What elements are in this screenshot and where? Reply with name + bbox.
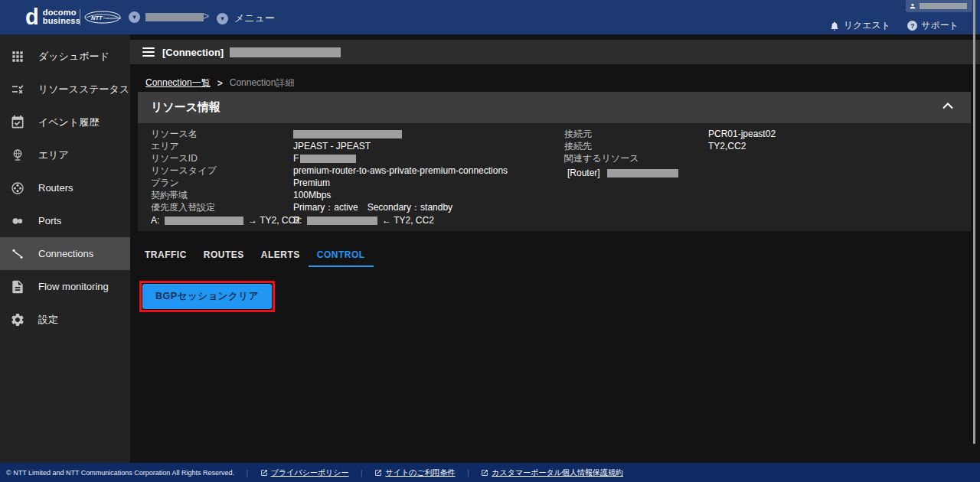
field-value-resource-name	[293, 128, 402, 140]
red-highlight-annotation: BGPセッションクリア	[139, 281, 275, 312]
footer-divider: ｜	[358, 467, 366, 478]
breadcrumb-current: Connection詳細	[230, 77, 295, 90]
footer-link-personal-info[interactable]: カスタマーポータル個人情報保護規約	[481, 467, 623, 478]
ntt-communications-logo-icon: NTT Communications	[84, 11, 121, 24]
tab-traffic[interactable]: TRAFFIC	[136, 243, 195, 267]
flow-monitoring-icon	[10, 279, 25, 295]
external-link-icon	[260, 469, 268, 477]
redacted-value	[300, 155, 356, 163]
help-question-icon: ?	[907, 21, 917, 31]
redacted-value	[307, 217, 377, 225]
sidebar-item-label: 設定	[38, 313, 58, 327]
path-b-prefix: B:	[293, 215, 302, 226]
ports-icon	[10, 213, 25, 229]
support-button[interactable]: ? サポート	[907, 19, 959, 32]
page-title: [Connection]	[162, 47, 224, 58]
hamburger-menu-icon[interactable]	[142, 47, 155, 57]
sidebar-item-label: Connections	[38, 248, 93, 259]
request-button[interactable]: リクエスト	[829, 19, 890, 32]
tab-routes[interactable]: ROUTES	[195, 243, 253, 267]
sidebar-item-label: リソースステータス	[38, 83, 129, 96]
dashboard-grid-icon	[10, 49, 25, 64]
footer-divider: ｜	[465, 467, 472, 478]
sidebar-item-dashboard[interactable]: ダッシュボード	[0, 40, 130, 73]
footer-link-label: プライバシーポリシー	[271, 467, 349, 478]
app-screen: d docomo business NTT Communications ▾ >…	[0, 0, 980, 482]
footer-link-privacy-policy[interactable]: プライバシーポリシー	[260, 467, 349, 478]
sidebar-item-resource-status[interactable]: リソースステータス	[0, 73, 130, 106]
vertical-scrollbar[interactable]	[973, 0, 975, 444]
docomo-business-logo: d docomo business	[25, 6, 80, 28]
top-navbar: d docomo business NTT Communications ▾ >…	[0, 0, 980, 34]
sidebar-nav: ダッシュボード リソースステータス イベント履歴 エリア	[0, 34, 130, 463]
bell-icon	[829, 21, 840, 31]
navbar-right-actions: リクエスト ? サポート	[829, 19, 959, 32]
field-value-connect-destination: TY2,CC2	[708, 140, 746, 152]
person-icon	[909, 2, 916, 10]
field-label: 契約帯域	[151, 189, 188, 201]
navbar-account-dropdown[interactable]: ▾	[129, 11, 204, 23]
footer-divider: ｜	[243, 467, 251, 478]
sidebar-item-event-history[interactable]: イベント履歴	[0, 106, 130, 138]
svg-text:Communications: Communications	[103, 16, 121, 20]
sidebar-item-label: Ports	[38, 215, 61, 226]
field-label: 接続元	[564, 128, 592, 140]
chevron-down-circle-icon: ▾	[217, 13, 228, 24]
field-label: 関連するリソース	[564, 152, 639, 164]
sidebar-item-label: Flow monitoring	[38, 281, 109, 292]
sidebar-item-routers[interactable]: Routers	[0, 171, 130, 204]
request-label: リクエスト	[844, 19, 890, 32]
chevron-down-circle-icon: ▾	[129, 11, 140, 23]
path-a-destination: → TY2, CC2	[248, 215, 300, 226]
field-value-area: JPEAST - JPEAST	[293, 140, 371, 152]
field-label: リソースタイプ	[151, 164, 217, 177]
sidebar-item-label: エリア	[38, 148, 69, 162]
field-label: 優先度入替設定	[151, 201, 215, 213]
footer-link-terms[interactable]: サイトのご利用条件	[374, 467, 455, 478]
sidebar-item-label: Routers	[38, 182, 74, 194]
redacted-value	[165, 217, 243, 225]
panel-title: リソース情報	[151, 100, 220, 115]
navbar-separator: >	[203, 10, 209, 22]
brand-line2: business	[43, 16, 80, 25]
detail-tabs: TRAFFIC ROUTES ALERTS CONTROL	[136, 243, 374, 267]
tab-control[interactable]: CONTROL	[309, 243, 374, 267]
field-value-resource-id: F	[293, 152, 356, 164]
sidebar-item-flow-monitoring[interactable]: Flow monitoring	[0, 270, 130, 303]
breadcrumb-connection-list-link[interactable]: Connection一覧	[145, 77, 211, 90]
router-tag: [Router]	[567, 168, 600, 178]
sidebar-item-settings[interactable]: 設定	[0, 303, 130, 336]
sidebar-item-ports[interactable]: Ports	[0, 204, 130, 237]
sidebar-item-label: ダッシュボード	[38, 50, 109, 64]
navbar-menu-dropdown[interactable]: ▾ メニュー	[217, 11, 275, 25]
area-globe-icon	[10, 148, 25, 163]
sidebar-item-area[interactable]: エリア	[0, 138, 130, 171]
path-b-row: B: ← TY2, CC2	[293, 214, 434, 226]
external-link-icon	[481, 469, 488, 477]
field-value-connect-source: PCR01-jpeast02	[708, 128, 776, 140]
field-value-bandwidth: 100Mbps	[293, 189, 331, 201]
field-label: エリア	[151, 140, 179, 152]
sidebar-item-label: イベント履歴	[38, 116, 99, 129]
field-label: プラン	[151, 177, 179, 189]
tab-alerts[interactable]: ALERTS	[253, 243, 309, 267]
field-label: リソースID	[151, 152, 198, 164]
resource-info-header: リソース情報	[138, 92, 971, 123]
bgp-session-clear-button[interactable]: BGPセッションクリア	[142, 284, 272, 309]
sidebar-item-connections[interactable]: Connections	[0, 237, 130, 270]
redacted-connection-name	[230, 47, 341, 57]
redacted-value	[607, 169, 678, 177]
user-account-badge[interactable]	[906, 0, 972, 12]
footer: © NTT Limited and NTT Communications Cor…	[0, 463, 980, 482]
path-a-prefix: A:	[151, 215, 159, 226]
related-resource-router-link[interactable]: [Router]	[567, 167, 678, 179]
field-value-resource-type: premium-router-to-aws-private-premium-co…	[293, 164, 508, 177]
field-label: 接続先	[564, 140, 592, 152]
routers-icon	[10, 181, 25, 196]
svg-text:NTT: NTT	[91, 15, 103, 21]
path-a-row: A: → TY2, CC2	[151, 214, 300, 226]
field-value-priority: Primary：active Secondary：standby	[293, 201, 452, 213]
brand-text: docomo business	[43, 8, 80, 25]
chevron-up-icon[interactable]	[942, 102, 954, 109]
redacted-account-name	[145, 13, 204, 21]
